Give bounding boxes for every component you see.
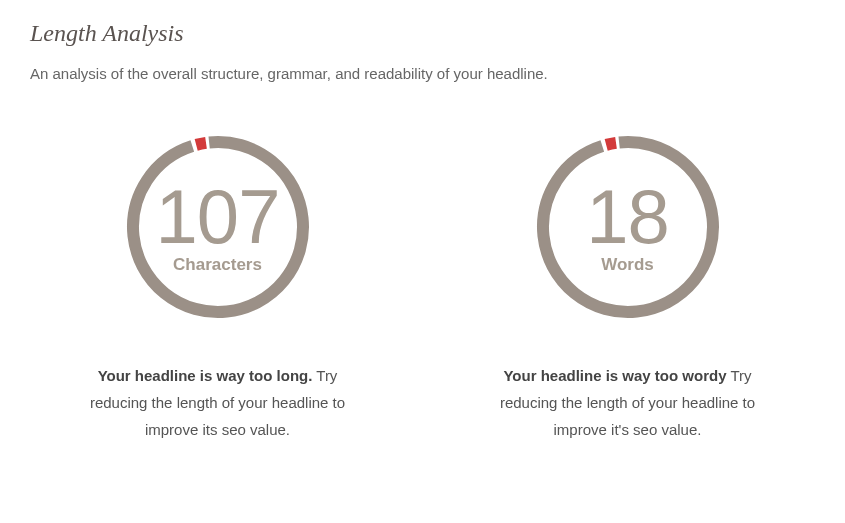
gauge-ring: 18 Words <box>533 132 723 322</box>
feedback-bold: Your headline is way too wordy <box>503 367 726 384</box>
gauge-ring: 107 Characters <box>123 132 313 322</box>
gauge-inner: 107 Characters <box>123 132 313 322</box>
gauge-words: 18 Words Your headline is way too wordy … <box>473 132 783 443</box>
gauge-value: 18 <box>586 179 669 255</box>
gauge-characters: 107 Characters Your headline is way too … <box>63 132 373 443</box>
gauge-label: Words <box>601 255 654 275</box>
gauge-feedback: Your headline is way too long. Try reduc… <box>63 362 373 443</box>
section-title: Length Analysis <box>30 20 815 47</box>
gauge-inner: 18 Words <box>533 132 723 322</box>
section-description: An analysis of the overall structure, gr… <box>30 65 815 82</box>
gauge-label: Characters <box>173 255 262 275</box>
gauge-value: 107 <box>156 179 280 255</box>
gauge-feedback: Your headline is way too wordy Try reduc… <box>473 362 783 443</box>
feedback-bold: Your headline is way too long. <box>98 367 313 384</box>
gauges-container: 107 Characters Your headline is way too … <box>30 132 815 443</box>
